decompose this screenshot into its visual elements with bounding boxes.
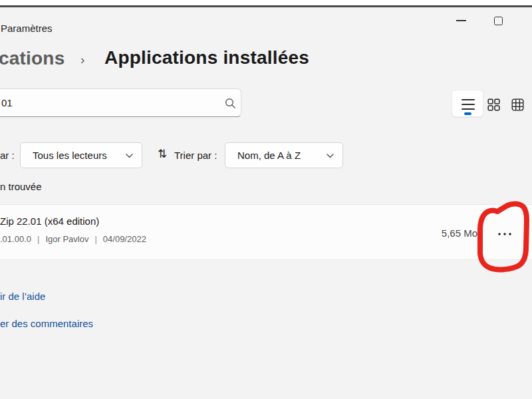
grid-view-icon: [487, 98, 500, 111]
detail-separator: |: [94, 234, 96, 244]
app-list-row: Zip 22.01 (x64 edition) .01.00.0|Igor Pa…: [0, 204, 532, 260]
sort-order-dropdown[interactable]: Nom, de A à Z: [225, 142, 343, 168]
view-toggle-tiles[interactable]: [507, 94, 527, 114]
app-version: .01.00.0: [0, 234, 31, 244]
filter-by-label: ar :: [0, 150, 15, 161]
sort-arrows-icon: ⇅: [158, 147, 167, 161]
app-name: Zip 22.01 (x64 edition): [0, 215, 99, 227]
maximize-button[interactable]: [483, 9, 513, 32]
minimize-icon: [456, 20, 466, 21]
list-view-icon: [462, 99, 475, 100]
results-count: n trouvée: [0, 181, 42, 192]
app-install-date: 04/09/2022: [103, 234, 146, 244]
settings-window: Paramètres cations › Applications instal…: [0, 0, 532, 399]
sort-by-label: Trier par :: [174, 150, 217, 161]
search-icon: [225, 98, 236, 109]
view-toggle-grid[interactable]: [483, 94, 503, 114]
page-title: Applications installées: [104, 47, 309, 68]
selected-indicator-pill: [464, 112, 471, 115]
app-details: .01.00.0|Igor Pavlov|04/09/2022: [0, 234, 146, 244]
ellipsis-icon: [497, 231, 513, 237]
chevron-down-icon: [126, 154, 133, 158]
app-publisher: Igor Pavlov: [45, 234, 88, 244]
view-toggle-list[interactable]: [452, 90, 483, 117]
tile-view-icon: [511, 98, 524, 111]
minimize-button[interactable]: [446, 9, 476, 32]
detail-separator: |: [37, 234, 39, 244]
window-top-edge: [0, 5, 532, 7]
app-size: 5,65 Mo: [442, 227, 477, 239]
get-help-link[interactable]: ir de l’aide: [0, 291, 45, 302]
chevron-down-icon: [327, 154, 334, 158]
window-title: Paramètres: [1, 23, 53, 34]
sort-order-value: Nom, de A à Z: [237, 150, 301, 161]
top-white-strip: [0, 0, 532, 5]
drive-filter-value: Tous les lecteurs: [33, 150, 107, 161]
search-input[interactable]: [0, 88, 241, 117]
breadcrumb-separator: ›: [80, 53, 84, 67]
breadcrumb-parent[interactable]: cations: [0, 48, 65, 69]
more-options-button[interactable]: [493, 222, 517, 246]
maximize-icon: [494, 17, 503, 25]
drive-filter-dropdown[interactable]: Tous les lecteurs: [20, 142, 142, 168]
send-feedback-link[interactable]: er des commentaires: [0, 318, 93, 329]
